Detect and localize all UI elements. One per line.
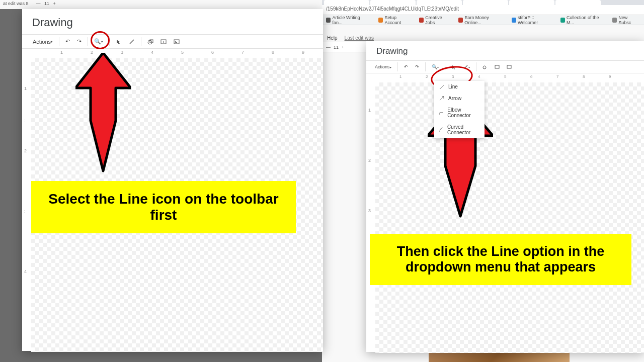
undo-button[interactable]: ↶ <box>63 37 72 46</box>
line-option[interactable]: Line <box>434 81 485 93</box>
last-edit-link[interactable]: Last edit was <box>345 35 374 41</box>
vertical-ruler: 1 2 3 <box>366 82 375 353</box>
text-box-tool[interactable] <box>492 63 502 71</box>
callout-text: Then click the Line option in the dropdo… <box>397 244 605 275</box>
curved-connector-option[interactable]: Curved Connector <box>434 121 485 138</box>
bookmark-item[interactable]: stiforP :: Welcome! <box>512 15 553 25</box>
bookmark-item[interactable]: Collection of the M... <box>560 15 605 25</box>
callout-text: Select the Line icon on the toolbar firs… <box>48 191 278 223</box>
image-tool[interactable] <box>504 63 514 71</box>
drawing-toolbar: Actions ▾ ↶ ↷ 🔍 ▾ <box>22 34 323 49</box>
drawing-canvas[interactable]: 1 2 3 Line Arrow Elbow Connector Curved … <box>375 82 644 353</box>
line-icon <box>439 84 444 89</box>
annotation-arrow <box>75 53 131 173</box>
text-box-tool[interactable] <box>158 37 169 46</box>
drawing-modal-left: Drawing Actions ▾ ↶ ↷ 🔍 ▾ 1 2 3 4 5 6 7 … <box>22 9 323 351</box>
menu-label: Arrow <box>448 96 461 101</box>
address-bar[interactable]: /159k8nEpHccNzw2JT4l5acMfqgt4CLUldqTLEt2… <box>322 5 644 15</box>
menu-label: Curved Connector <box>447 124 479 135</box>
undo-button[interactable]: ↶ <box>401 63 411 71</box>
tab-strip <box>322 0 644 5</box>
font-minus[interactable]: — <box>326 45 331 50</box>
drawing-title: Drawing <box>366 41 644 60</box>
actions-dropdown[interactable]: Actions ▾ <box>372 63 394 71</box>
drawing-title: Drawing <box>22 9 323 34</box>
font-plus[interactable]: + <box>342 45 344 50</box>
svg-line-0 <box>130 40 134 44</box>
svg-rect-10 <box>507 65 511 68</box>
elbow-icon <box>439 110 443 115</box>
horizontal-ruler: 1 2 3 4 5 6 7 8 9 <box>31 49 323 58</box>
bg-docs-toolbar-left: at edit was 8 — 11 + <box>0 0 322 9</box>
curved-icon <box>439 127 443 132</box>
actions-dropdown[interactable]: Actions ▾ <box>30 37 55 46</box>
last-edit-text: at edit was 8 <box>3 1 29 6</box>
image-tool[interactable] <box>171 37 182 46</box>
menu-label: Elbow Connector <box>447 107 479 118</box>
bookmark-bar: Article Writing | fan... Setup Account C… <box>322 15 644 25</box>
drawing-toolbar: Actions ▾ ↶ ↷ 🔍▾ ▾ <box>366 60 644 73</box>
help-menu[interactable]: Help <box>327 35 338 41</box>
menu-label: Line <box>448 84 458 89</box>
bookmark-item[interactable]: Setup Account <box>378 15 412 25</box>
font-size[interactable]: 11 <box>334 45 339 50</box>
arrow-option[interactable]: Arrow <box>434 93 485 104</box>
line-dropdown-menu: Line Arrow Elbow Connector Curved Connec… <box>434 81 485 138</box>
select-tool[interactable] <box>113 37 124 46</box>
bookmark-item[interactable]: Article Writing | fan... <box>326 15 371 25</box>
url-text: /159k8nEpHccNzw2JT4l5acMfqgt4CLUldqTLEt2… <box>326 6 459 12</box>
svg-line-11 <box>440 85 444 89</box>
svg-rect-9 <box>495 65 499 68</box>
vertical-ruler: 1 : 2 : 4 <box>22 58 31 352</box>
svg-line-12 <box>440 97 444 101</box>
instruction-callout: Select the Line icon on the toolbar firs… <box>31 181 296 233</box>
redo-button[interactable]: ↷ <box>74 37 84 46</box>
shape-tool[interactable] <box>145 37 156 46</box>
shape-tool[interactable] <box>480 63 490 71</box>
bookmark-item[interactable]: New Subsc <box>612 15 640 25</box>
bookmark-item[interactable]: Earn Money Online... <box>458 15 505 25</box>
bookmark-item[interactable]: Creative Jobs <box>419 15 451 25</box>
line-tool[interactable] <box>126 37 137 46</box>
arrow-icon <box>439 96 444 101</box>
svg-point-6 <box>175 41 176 42</box>
redo-button[interactable]: ↷ <box>413 63 422 71</box>
drawing-modal-right: Drawing Actions ▾ ↶ ↷ 🔍▾ ▾ 1 2 3 4 5 6 7… <box>366 41 644 352</box>
svg-point-8 <box>483 66 486 69</box>
annotation-circle <box>91 31 110 49</box>
elbow-connector-option[interactable]: Elbow Connector <box>434 104 485 121</box>
instruction-callout: Then click the Line option in the dropdo… <box>370 234 631 285</box>
horizontal-ruler: 1 2 3 4 5 6 7 8 9 <box>375 73 644 82</box>
